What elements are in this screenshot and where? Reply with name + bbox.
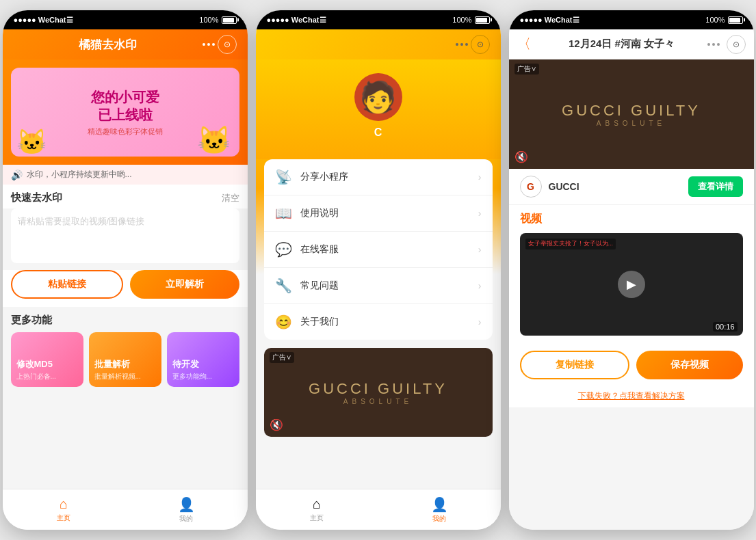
notice-text: 水印，小程序持续更新中哟...: [27, 169, 132, 180]
mute-icon-2[interactable]: 🔇: [270, 418, 283, 431]
home-icon-2: ⌂: [313, 496, 321, 512]
home-label-1: 主页: [57, 513, 70, 523]
banner-sub: 精选趣味色彩字体促销: [88, 126, 163, 137]
feature-sub-2: 更多功能绚...: [172, 372, 212, 381]
mine-icon-1: 👤: [178, 496, 195, 513]
menu-label-3: 常见问题: [300, 280, 478, 292]
video-text-overlay: 女子举报丈夫抢了！女子以为...: [525, 239, 616, 249]
action-row-3: 复制链接 保存视频: [509, 342, 754, 388]
parse-btn[interactable]: 立即解析: [130, 270, 239, 299]
paste-btn[interactable]: 粘贴链接: [11, 270, 123, 299]
phone2-scroll-content: 🧑 C 📡 分享小程序 › 📖 使用说明 › 💬 在线客服 › 🔧: [256, 59, 501, 489]
menu-item-4[interactable]: 😊 关于我们 ›: [264, 304, 493, 340]
feature-sub-1: 批量解析视频...: [94, 372, 141, 381]
battery-area-1: 100%: [199, 16, 236, 24]
gucci-title-3: GUCCI GUILTY: [562, 102, 701, 120]
mute-icon-3[interactable]: 🔇: [514, 150, 528, 163]
banner-card: 您的小可爱 已上线啦 精选趣味色彩字体促销 🐱 🐱: [11, 68, 239, 157]
arrow-icon-3: ›: [478, 280, 482, 291]
more-dots-1[interactable]: [203, 43, 215, 46]
feature-card-0[interactable]: 修改MD5 上热门必备...: [11, 332, 83, 387]
notch-1: [98, 14, 153, 26]
ad-banner-2: GUCCI GUILTY ABSOLUTE 广告∨ 🔇: [264, 348, 493, 437]
play-btn[interactable]: ▶: [618, 271, 645, 298]
quick-section-header: 快速去水印 清空: [3, 185, 248, 208]
tab-home-2[interactable]: ⌂ 主页: [256, 496, 378, 523]
phone-1: ●●●●● WeChat☰ 100% 橘猫去水印 ⊙ 您的小可爱 已上线啦 精选…: [3, 10, 248, 530]
more-features-section: 更多功能 修改MD5 上热门必备... 批量解析 批量解析视频... 待开发 更…: [3, 307, 248, 394]
mine-icon-2: 👤: [431, 496, 448, 513]
advertiser-cta-btn[interactable]: 查看详情: [688, 176, 743, 197]
tab-home-1[interactable]: ⌂ 主页: [3, 496, 125, 523]
carrier-2: ●●●●● WeChat☰: [267, 16, 326, 25]
video-player[interactable]: ▶ 女子举报丈夫抢了！女子以为... 00:16: [520, 233, 743, 336]
app-header-1: 橘猫去水印 ⊙: [3, 29, 248, 59]
notch-2: [351, 14, 406, 26]
clear-btn[interactable]: 清空: [222, 192, 239, 204]
back-btn-3[interactable]: 〈: [517, 35, 531, 53]
menu-item-0[interactable]: 📡 分享小程序 ›: [264, 159, 493, 195]
mine-label-1: 我的: [179, 514, 193, 524]
battery-area-2: 100%: [452, 16, 489, 24]
about-icon: 😊: [275, 314, 292, 330]
tab-mine-2[interactable]: 👤 我的: [378, 496, 501, 524]
feature-card-2[interactable]: 待开发 更多功能绚...: [167, 332, 239, 387]
banner-cat-left-icon: 🐱: [16, 128, 47, 157]
phone1-scroll-content: 您的小可爱 已上线啦 精选趣味色彩字体促销 🐱 🐱 🔊 水印，小程序持续更新中哟…: [3, 59, 248, 489]
battery-icon-2: [475, 16, 490, 24]
feature-grid: 修改MD5 上热门必备... 批量解析 批量解析视频... 待开发 更多功能绚.…: [11, 332, 239, 387]
save-video-btn[interactable]: 保存视频: [636, 351, 743, 379]
menu-item-1[interactable]: 📖 使用说明 ›: [264, 195, 493, 232]
scan-btn-1[interactable]: ⊙: [218, 35, 237, 54]
feature-main-2: 待开发: [172, 358, 199, 370]
carrier-1: ●●●●● WeChat☰: [14, 16, 73, 25]
menu-label-2: 在线客服: [300, 243, 478, 256]
manual-icon: 📖: [275, 205, 292, 221]
menu-label-4: 关于我们: [300, 316, 478, 328]
more-dots-3[interactable]: [707, 43, 720, 46]
more-dots-2[interactable]: [456, 43, 468, 46]
avatar-person-icon: 🧑: [359, 79, 397, 115]
service-icon: 💬: [275, 241, 292, 258]
gucci-sub-3: ABSOLUTE: [562, 120, 701, 127]
arrow-icon-0: ›: [478, 172, 482, 183]
copy-link-btn[interactable]: 复制链接: [520, 351, 629, 379]
tab-mine-1[interactable]: 👤 我的: [125, 496, 248, 524]
profile-name: C: [374, 126, 382, 139]
ad-label-row-2: 广告∨: [270, 352, 294, 363]
input-area[interactable]: 请粘贴需要提取的视频/图像链接: [11, 208, 239, 263]
user-avatar: 🧑: [354, 73, 402, 121]
home-icon-1: ⌂: [60, 496, 68, 512]
advertiser-name: GUCCI: [549, 181, 681, 192]
gucci-sub-2: ABSOLUTE: [309, 398, 447, 405]
scan-btn-3[interactable]: ⊙: [727, 35, 746, 54]
notch-3: [604, 14, 659, 26]
download-hint[interactable]: 下载失败？点我查看解决方案: [509, 388, 754, 407]
feature-main-1: 批量解析: [94, 358, 130, 370]
banner-area: 您的小可爱 已上线啦 精选趣味色彩字体促销 🐱 🐱: [3, 59, 248, 165]
page-title-3: 12月24日 #河南 女子々: [536, 38, 707, 51]
status-bar-1: ●●●●● WeChat☰ 100%: [3, 10, 248, 29]
more-features-title: 更多功能: [11, 314, 239, 327]
menu-item-2[interactable]: 💬 在线客服 ›: [264, 232, 493, 268]
battery-pct-2: 100%: [452, 16, 471, 24]
header-right-3: ⊙: [707, 35, 746, 54]
feature-main-0: 修改MD5: [16, 358, 53, 370]
menu-item-3[interactable]: 🔧 常见问题 ›: [264, 268, 493, 304]
carrier-3: ●●●●● WeChat☰: [520, 16, 579, 25]
notice-bar: 🔊 水印，小程序持续更新中哟...: [3, 165, 248, 185]
phone3-scroll-content: GUCCI GUILTY ABSOLUTE 广告∨ 🔇 G GUCCI 查看详情…: [509, 59, 754, 530]
ad-label-row-3: 广告∨: [514, 64, 539, 75]
app-header-2: ⊙: [256, 29, 501, 59]
menu-list: 📡 分享小程序 › 📖 使用说明 › 💬 在线客服 › 🔧 常见问题 › 😊: [264, 159, 493, 340]
feature-sub-0: 上热门必备...: [16, 372, 56, 381]
arrow-icon-2: ›: [478, 244, 482, 255]
video-duration: 00:16: [713, 322, 738, 332]
arrow-icon-1: ›: [478, 208, 482, 219]
feature-card-1[interactable]: 批量解析 批量解析视频...: [89, 332, 161, 387]
notice-icon: 🔊: [11, 170, 23, 180]
battery-icon-3: [728, 16, 743, 24]
home-label-2: 主页: [310, 513, 324, 523]
scan-btn-2[interactable]: ⊙: [471, 35, 490, 54]
app-title-1: 橘猫去水印: [14, 37, 203, 53]
